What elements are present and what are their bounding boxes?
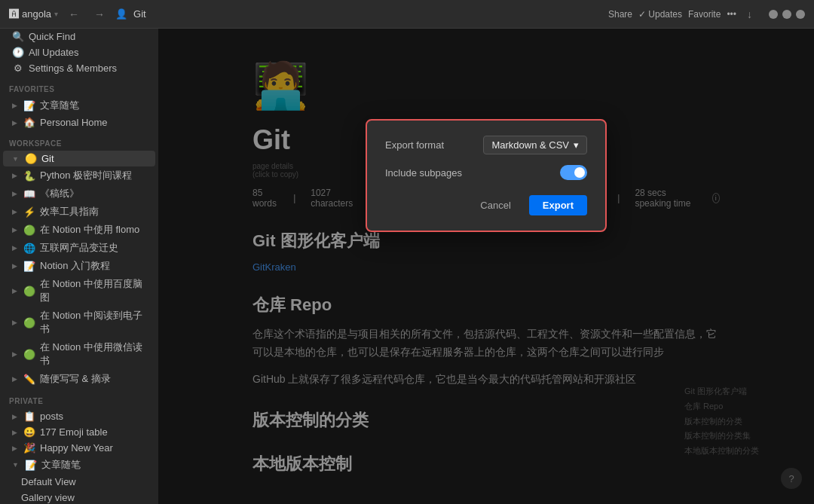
ws-item-9-label: 在 Notion 中使用微信读书: [40, 341, 146, 368]
arrow-icon: ▶: [12, 226, 17, 234]
sidebar-item-git[interactable]: ▼ 🟡 Git: [3, 151, 155, 166]
web-icon: 🌐: [23, 243, 35, 254]
ws-item-0-label: Git: [41, 153, 54, 164]
back-button[interactable]: ←: [64, 7, 84, 22]
sidebar-item-personal-home-fav[interactable]: ▶ 🏠 Personal Home: [3, 115, 155, 130]
sub-item-1-label: Gallery view: [21, 492, 75, 503]
sidebar-item-emoji[interactable]: ▶ 😀 177 Emoji table: [3, 424, 155, 440]
sidebar-sub-default-view[interactable]: Default View: [3, 474, 155, 490]
forward-button[interactable]: →: [90, 7, 109, 22]
posts-icon: 📋: [23, 411, 35, 422]
notion2-icon: 🟢: [23, 286, 35, 297]
doc-icon: 📝: [23, 100, 35, 111]
favorite-button[interactable]: Favorite: [688, 9, 721, 20]
sidebar-item-wenzuibi[interactable]: ▶ 📝 文章随笔: [3, 96, 155, 115]
titlebar-right: Share ✓ Updates Favorite ••• ↓: [608, 7, 805, 22]
include-subpages-row: Include subpages: [385, 165, 587, 180]
sidebar-item-happy-new-year[interactable]: ▶ 🎉 Happy New Year: [3, 440, 155, 456]
dialog-actions: Cancel Export: [385, 195, 587, 215]
sidebar-sub-gallery-view[interactable]: Gallery view: [3, 490, 155, 504]
download-button[interactable]: ↓: [742, 7, 757, 22]
sidebar-item-baidu-mind[interactable]: ▶ 🟢 在 Notion 中使用百度脑图: [3, 275, 155, 307]
arrow-icon: ▼: [12, 155, 19, 163]
sidebar-item-ebook[interactable]: ▶ 🟢 在 Notion 中阅读到电子书: [3, 307, 155, 338]
share-button[interactable]: Share: [608, 9, 632, 20]
sidebar-item-wechat-read[interactable]: ▶ 🟢 在 Notion 中使用微信读书: [3, 338, 155, 370]
include-subpages-toggle[interactable]: [560, 165, 587, 180]
sidebar-item-write[interactable]: ▶ ✏️ 随便写写 & 摘录: [3, 370, 155, 388]
sidebar-item-wenzuibi-priv[interactable]: ▼ 📝 文章随笔: [3, 456, 155, 474]
sidebar-item-posts[interactable]: ▶ 📋 posts: [3, 408, 155, 424]
arrow-icon: ▶: [12, 444, 17, 452]
tool-icon: ⚡: [23, 206, 35, 218]
arrow-icon: ▶: [12, 119, 17, 127]
sidebar-item-tools[interactable]: ▶ ⚡ 效率工具指南: [3, 203, 155, 221]
party-icon: 🎉: [23, 442, 35, 454]
ws-item-7-label: 在 Notion 中使用百度脑图: [40, 277, 146, 304]
export-format-row: Export format Markdown & CSV ▾: [385, 136, 587, 154]
fav-item-1-label: Personal Home: [40, 117, 108, 128]
arrow-icon: ▶: [12, 102, 17, 109]
python-icon: 🐍: [23, 170, 35, 182]
titlebar-left: 🅰 angola ▾ ← → 👤 Git: [9, 7, 146, 22]
arrow-icon: ▶: [12, 350, 17, 358]
more-button[interactable]: •••: [727, 9, 736, 20]
priv-item-1-label: 177 Emoji table: [40, 426, 108, 438]
user-avatar: 🅰: [9, 8, 19, 20]
sidebar: 🔍 Quick Find 🕐 All Updates ⚙ Settings & …: [0, 29, 158, 504]
user-menu[interactable]: 🅰 angola ▾: [9, 8, 58, 20]
git-icon: 🟡: [25, 153, 37, 164]
sidebar-item-all-updates[interactable]: 🕐 All Updates: [3, 44, 155, 60]
export-overlay: Export format Markdown & CSV ▾ Include s…: [158, 29, 814, 504]
export-format-label: Export format: [385, 139, 444, 151]
ws-item-1-label: Python 极密时间课程: [40, 169, 132, 182]
user-name: angola: [22, 8, 51, 20]
sidebar-item-settings[interactable]: ⚙ Settings & Members: [3, 60, 155, 76]
updates-button[interactable]: ✓ Updates: [638, 9, 682, 20]
notion-icon: 🟢: [23, 225, 35, 236]
priv-item-0-label: posts: [40, 411, 63, 422]
sidebar-item-notion-tutorial[interactable]: ▶ 📝 Notion 入门教程: [3, 257, 155, 275]
breadcrumb-title: Git: [133, 8, 146, 20]
sidebar-item-python[interactable]: ▶ 🐍 Python 极密时间课程: [3, 166, 155, 185]
ws-item-8-label: 在 Notion 中阅读到电子书: [40, 309, 146, 336]
export-button[interactable]: Export: [529, 195, 587, 215]
arrow-icon: ▶: [12, 287, 17, 295]
pencil-icon: ✏️: [23, 374, 35, 385]
app-body: 🔍 Quick Find 🕐 All Updates ⚙ Settings & …: [0, 29, 814, 504]
search-icon: 🔍: [12, 31, 24, 42]
titlebar: 🅰 angola ▾ ← → 👤 Git Share ✓ Updates Fav…: [0, 0, 814, 29]
quick-find-label: Quick Find: [29, 31, 75, 42]
arrow-icon: ▶: [12, 413, 17, 420]
cancel-button[interactable]: Cancel: [470, 195, 521, 215]
sidebar-item-quick-find[interactable]: 🔍 Quick Find: [3, 29, 155, 44]
notion3-icon: 🟢: [23, 317, 35, 328]
sidebar-item-internet[interactable]: ▶ 🌐 互联网产品变迁史: [3, 239, 155, 257]
arrow-icon: ▶: [12, 375, 17, 383]
sidebar-item-gaosu[interactable]: ▶ 📖 《稿纸》: [3, 185, 155, 203]
sidebar-item-flomo[interactable]: ▶ 🟢 在 Notion 中使用 flomo: [3, 221, 155, 239]
export-format-select[interactable]: Markdown & CSV ▾: [483, 136, 587, 154]
maximize-button[interactable]: [782, 10, 791, 19]
workspace-section-label: WORKSPACE: [0, 130, 158, 151]
private-section-label: PRIVATE: [0, 388, 158, 408]
arrow-icon: ▶: [12, 208, 17, 215]
arrow-icon: ▶: [12, 244, 17, 252]
content-area: 🧑‍💻 Git page details (click to copy) 85 …: [158, 29, 814, 504]
window-controls: [769, 10, 805, 19]
arrow-down-icon: ▼: [12, 461, 19, 469]
priv-item-2-label: Happy New Year: [40, 442, 113, 454]
fav-item-0-label: 文章随笔: [40, 99, 79, 112]
chevron-down-icon: ▾: [574, 139, 579, 151]
close-button[interactable]: [796, 10, 805, 19]
minimize-button[interactable]: [769, 10, 778, 19]
include-subpages-label: Include subpages: [385, 167, 462, 179]
sub-item-0-label: Default View: [21, 476, 76, 487]
home-icon: 🏠: [23, 117, 35, 128]
ws-item-2-label: 《稿纸》: [40, 187, 79, 200]
ws-item-10-label: 随便写写 & 摘录: [40, 372, 111, 386]
arrow-icon: ▶: [12, 190, 17, 197]
ws-item-3-label: 效率工具指南: [40, 205, 99, 218]
clock-icon: 🕐: [12, 47, 24, 58]
favorites-section-label: FAVORITES: [0, 76, 158, 96]
